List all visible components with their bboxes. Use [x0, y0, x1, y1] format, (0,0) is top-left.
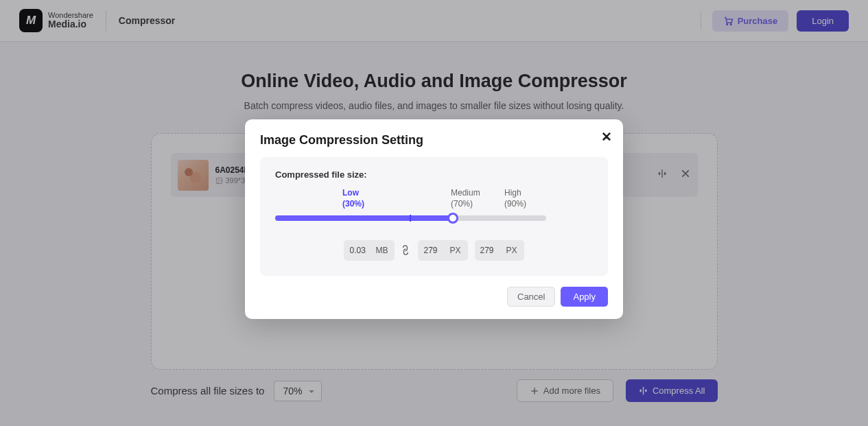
height-unit: PX: [506, 246, 517, 255]
slider-medium-label: Medium (70%): [451, 188, 480, 209]
setting-panel: Compressed file size: Low (30%) Medium (…: [260, 157, 608, 276]
compressed-size-label: Compressed file size:: [275, 169, 593, 180]
compression-setting-modal: ✕ Image Compression Setting Compressed f…: [245, 119, 623, 319]
slider-fill: [275, 215, 453, 221]
height-input[interactable]: [475, 246, 506, 255]
filesize-input-wrap: MB: [344, 240, 395, 261]
slider-tick: [410, 215, 411, 222]
slider-labels: Low (30%) Medium (70%) High (90%): [275, 188, 593, 210]
slider-thumb[interactable]: [447, 213, 458, 224]
size-inputs: MB PX PX: [275, 240, 593, 261]
filesize-input[interactable]: [344, 246, 375, 255]
slider-low-label: Low (30%): [342, 188, 364, 209]
modal-overlay[interactable]: ✕ Image Compression Setting Compressed f…: [0, 0, 868, 426]
width-input-wrap: PX: [418, 240, 467, 261]
filesize-unit: MB: [375, 246, 388, 255]
width-input[interactable]: [418, 246, 449, 255]
link-icon[interactable]: [399, 243, 414, 258]
modal-title: Image Compression Setting: [260, 133, 608, 147]
slider-high-label: High (90%): [504, 188, 526, 209]
width-unit: PX: [449, 246, 460, 255]
close-icon[interactable]: ✕: [601, 129, 612, 145]
compression-slider[interactable]: [275, 215, 546, 221]
cancel-button[interactable]: Cancel: [507, 287, 555, 307]
height-input-wrap: PX: [475, 240, 524, 261]
apply-button[interactable]: Apply: [561, 287, 608, 307]
modal-footer: Cancel Apply: [260, 287, 608, 307]
